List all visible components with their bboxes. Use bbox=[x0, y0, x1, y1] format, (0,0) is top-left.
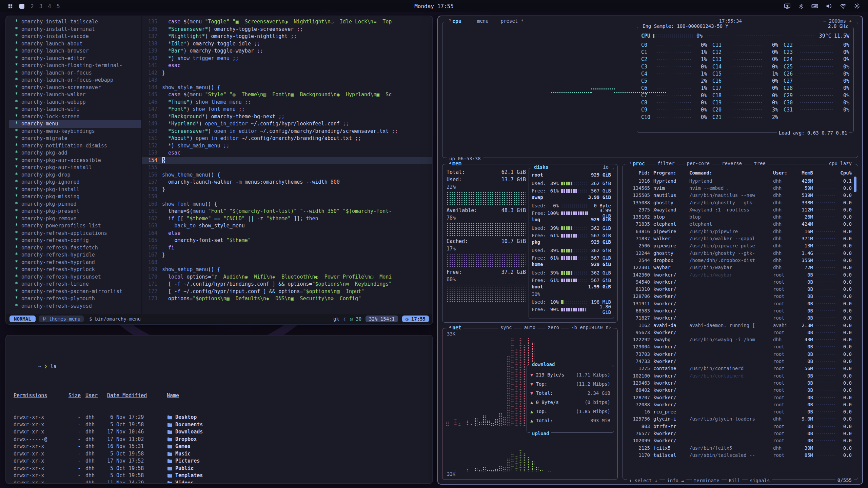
filetree-item[interactable]: *omarchy-refresh-hyprland bbox=[9, 259, 141, 266]
process-row[interactable]: 95673kworker/root0B0.0 bbox=[626, 329, 854, 336]
filetree-item[interactable]: *omarchy-powerprofiles-list bbox=[9, 222, 141, 230]
process-row[interactable]: 1162avahi-daavahi-daemon: running [avahi… bbox=[626, 322, 854, 329]
process-row[interactable]: 135162btopbtopdhh26M0.0 bbox=[626, 213, 854, 220]
btop-preset-button[interactable]: preset * bbox=[499, 18, 526, 24]
screencast-icon[interactable] bbox=[784, 2, 791, 10]
filetree-item[interactable]: *omarchy-launch-floating-terminal- bbox=[9, 62, 141, 69]
filetree-item[interactable]: *omarchy-pkg-aur-install bbox=[9, 164, 141, 171]
proc-sort-selector[interactable]: cpu lazy bbox=[827, 161, 854, 166]
filetree-item[interactable]: *omarchy-refresh-config bbox=[9, 237, 141, 244]
process-row[interactable]: 129463kworker/root0B0.0 bbox=[626, 379, 854, 386]
filetree-item[interactable]: *omarchy-pkg-missing bbox=[9, 193, 141, 201]
dir-name[interactable]: Public bbox=[167, 465, 194, 472]
process-row[interactable]: 803btrfs-trroot0B0.0 bbox=[626, 423, 854, 430]
filetree-item[interactable]: *omarchy-notification-dismiss bbox=[9, 142, 141, 150]
process-row[interactable]: 1170tailscal/usr/sbin/tailscaled --root8… bbox=[626, 451, 854, 459]
proc-key-info[interactable]: info ↵ bbox=[665, 478, 686, 483]
wifi-icon[interactable] bbox=[840, 2, 847, 10]
btop-menu-button[interactable]: menu bbox=[475, 18, 491, 24]
process-row[interactable]: 2506pipewire/usr/bin/pipewire-pulsedhh13… bbox=[626, 242, 854, 249]
filetree-item[interactable]: *omarchy-launch-walker bbox=[9, 91, 141, 99]
process-row[interactable]: 71835elephantelephantdhh424M0.0 bbox=[626, 221, 854, 228]
proc-key-kill[interactable]: Kill bbox=[727, 478, 743, 483]
proc-option-tree[interactable]: tree bbox=[752, 161, 768, 166]
filetree-item[interactable]: *omarchy-launch-browser bbox=[9, 47, 141, 55]
net-interface-selector[interactable]: ‹b enp191s0 n› bbox=[569, 325, 613, 330]
filetree-item[interactable]: *omarchy-pkg-ignored bbox=[9, 179, 141, 186]
process-row[interactable]: 125505nautilus/usr/bin/nautilus --newdhh… bbox=[626, 192, 854, 199]
process-row[interactable]: 68583kworker/root0B0.0 bbox=[626, 307, 854, 314]
filetree-item[interactable]: *omarchy-pkg-remove bbox=[9, 215, 141, 223]
filetree-item[interactable]: *omarchy-refresh-hyprsunset bbox=[9, 273, 141, 281]
dir-name[interactable]: Documents bbox=[167, 421, 203, 429]
process-row[interactable]: 16rcu_preeroot0B0.0 bbox=[626, 408, 854, 415]
net-mode-zero[interactable]: zero bbox=[546, 325, 561, 330]
process-row[interactable]: 2975XwaylandXwayland :1 -rootless -dhh11… bbox=[626, 206, 854, 213]
process-row[interactable]: 76577kworker/root0B0.0 bbox=[626, 430, 854, 437]
filetree-item[interactable]: *omarchy-install-terminal bbox=[9, 26, 141, 33]
filetree-item[interactable]: *omarchy-refresh-plymouth bbox=[9, 295, 141, 303]
bluetooth-icon[interactable] bbox=[798, 3, 804, 9]
process-row[interactable]: 2125fcitx5/usr/bin/fcitx5dhh30M0.0 bbox=[626, 444, 854, 451]
process-row[interactable]: 12244ghostty/usr/bin/ghostty --gtk-dhh1.… bbox=[626, 249, 854, 257]
workspace-active-indicator[interactable] bbox=[19, 4, 24, 9]
disks-io-toggle[interactable]: io bbox=[601, 164, 610, 170]
proc-key-select[interactable]: ↑ select ↓ bbox=[627, 478, 659, 483]
filetree-item[interactable]: *omarchy-pkg-drop bbox=[9, 171, 141, 179]
dir-name[interactable]: Dropbox bbox=[167, 436, 197, 443]
net-mode-sync[interactable]: sync bbox=[498, 325, 514, 330]
filetree-item[interactable]: *omarchy-pkg-add bbox=[9, 149, 141, 157]
process-scrollbar[interactable] bbox=[854, 177, 856, 192]
process-row[interactable]: 68402kworker/root0B0.0 bbox=[626, 387, 854, 394]
proc-option-per-core[interactable]: per-core bbox=[685, 161, 712, 166]
process-row[interactable]: 135088ghostty/usr/bin/ghostty --gtk-dhh3… bbox=[626, 199, 854, 206]
process-row[interactable]: 122301waybar/usr/bin/waybardhh72M0.0 bbox=[626, 264, 854, 271]
filetree-item[interactable]: *omarchy-launch-or-focus-webapp bbox=[9, 77, 141, 84]
process-row[interactable]: 102099kworker/root0B0.0 bbox=[626, 437, 854, 444]
proc-option-reverse[interactable]: reverse bbox=[720, 161, 744, 166]
process-row[interactable]: 73703kworker/root0B0.0 bbox=[626, 350, 854, 358]
filetree-item[interactable]: *omarchy-pkg-aur-accessible bbox=[9, 157, 141, 164]
workspace-3[interactable]: 3 bbox=[39, 3, 43, 9]
process-row[interactable]: 72088kworker/root0B0.0 bbox=[626, 401, 854, 408]
terminal-window[interactable]: ~ ❯ ls Permissions Size User Date Modifi… bbox=[5, 335, 433, 484]
cpu-box-title[interactable]: ¹cpu bbox=[447, 18, 463, 24]
filetree-item[interactable]: *omarchy-refresh-swayosd bbox=[9, 303, 141, 310]
filetree-item[interactable]: *omarchy-refresh-hypridle bbox=[9, 251, 141, 259]
process-row[interactable]: 71837walker/usr/bin/walker --gappldhh371… bbox=[626, 235, 854, 242]
process-row[interactable]: 81310kworker/root0B0.0 bbox=[626, 285, 854, 292]
git-branch[interactable]: themes-menu bbox=[39, 316, 84, 322]
proc-key-terminate[interactable]: terminate bbox=[692, 478, 722, 483]
workspace-4[interactable]: 4 bbox=[48, 3, 51, 9]
process-row[interactable]: 142360kworker//usr/bin/waybarroot0B0.0 bbox=[626, 271, 854, 278]
proc-key-signals[interactable]: signals bbox=[748, 478, 772, 483]
dir-name[interactable]: Games bbox=[167, 443, 191, 450]
filetree-item[interactable]: *omarchy-menu-keybindings bbox=[9, 128, 141, 135]
process-row[interactable]: 1275containe/usr/bin/containerdroot56M0.… bbox=[626, 365, 854, 372]
filetree-item[interactable]: *omarchy-refresh-hyprlock bbox=[9, 266, 141, 273]
dir-name[interactable]: Desktop bbox=[167, 414, 197, 421]
filetree-item[interactable]: *omarchy-lock-screen bbox=[9, 113, 141, 121]
filetree-item[interactable]: *omarchy-launch-wifi bbox=[9, 106, 141, 113]
filetree-item[interactable]: *omarchy-launch-webapp bbox=[9, 99, 141, 106]
process-row[interactable]: 74733kworker/root0B0.0 bbox=[626, 358, 854, 365]
filetree-item[interactable]: *omarchy-launch-screensaver bbox=[9, 84, 141, 92]
proc-box-title[interactable]: ⁴proc bbox=[627, 161, 647, 167]
code-editor[interactable]: 135 case $(menu "Toggle" "▣ Screensaver\… bbox=[142, 16, 432, 314]
net-box-title[interactable]: ³net bbox=[447, 325, 463, 331]
filetree-item[interactable]: *omarchy-pkg-present bbox=[9, 208, 141, 215]
btop-window[interactable]: ¹cpu menu preset * 17:55:34 − 2000ms + E… bbox=[437, 16, 863, 485]
filetree-item[interactable]: *omarchy-refresh-fastfetch bbox=[9, 244, 141, 252]
process-row[interactable]: 63816pipewire/usr/bin/pipewiredhh16M0.0 bbox=[626, 228, 854, 235]
process-row[interactable]: 131911kworker/root0B0.0 bbox=[626, 300, 854, 307]
process-row[interactable]: 2544dropbox/home/dhh/.dropbox-distdhh355… bbox=[626, 257, 854, 264]
dir-name[interactable]: Music bbox=[167, 450, 191, 458]
process-row[interactable]: 71827kworker/root0B0.0 bbox=[626, 314, 854, 322]
filetree-item[interactable]: *omarchy-install-vscode bbox=[9, 33, 141, 40]
net-mode-auto[interactable]: auto bbox=[522, 325, 538, 330]
filetree-item[interactable]: *omarchy-pkg-install bbox=[9, 186, 141, 194]
workspace-5[interactable]: 5 bbox=[57, 3, 60, 9]
filetree-item[interactable]: *omarchy-menu bbox=[9, 120, 141, 128]
filetree-item[interactable]: *omarchy-install-tailscale bbox=[9, 18, 141, 26]
filetree-item[interactable]: *omarchy-refresh-limine bbox=[9, 281, 141, 288]
